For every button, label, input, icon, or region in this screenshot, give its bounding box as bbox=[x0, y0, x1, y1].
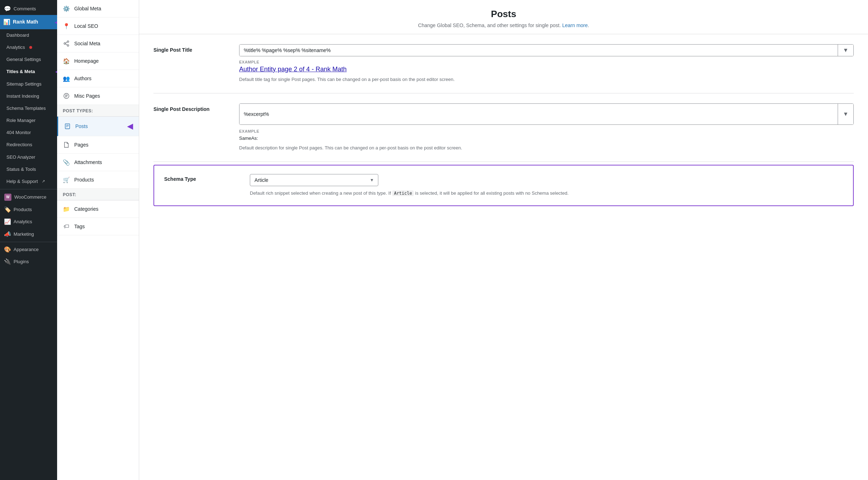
sidebar-item-marketing[interactable]: 📣 Marketing bbox=[0, 228, 57, 240]
sidebar-item-woocommerce[interactable]: W WooCommerce bbox=[0, 191, 57, 204]
sidebar-item-general-settings[interactable]: General Settings bbox=[0, 53, 57, 66]
posts-left-arrow: ◀ bbox=[127, 122, 133, 131]
sidebar-item-redirections[interactable]: Redirections bbox=[0, 139, 57, 151]
main-wrapper: ⚙️ Global Meta 📍 Local SEO Social Meta 🏠… bbox=[57, 0, 868, 480]
secondary-item-products-sub[interactable]: 🛒 Products bbox=[57, 171, 139, 189]
categories-icon: 📁 bbox=[63, 205, 70, 213]
schema-type-content: Article None Book Course Event FAQ HowTo… bbox=[250, 174, 843, 197]
secondary-item-authors[interactable]: 👥 Authors bbox=[57, 70, 139, 87]
rank-math-submenu: Dashboard Analytics General Settings Tit… bbox=[0, 29, 57, 188]
plugins-icon: 🔌 bbox=[4, 259, 11, 265]
single-post-title-row: Single Post Title ▼ EXAMPLE Author Entit… bbox=[153, 34, 854, 93]
desc-example-label: EXAMPLE bbox=[239, 129, 854, 133]
content-header: Posts Change Global SEO, Schema, and oth… bbox=[139, 0, 868, 34]
authors-icon: 👥 bbox=[63, 75, 70, 82]
pages-icon bbox=[63, 141, 70, 148]
marketing-icon: 📣 bbox=[4, 231, 11, 238]
social-meta-icon bbox=[63, 40, 70, 47]
single-post-desc-content: ▼ EXAMPLE SameAs: Default description fo… bbox=[239, 103, 854, 152]
global-meta-icon: ⚙️ bbox=[63, 5, 70, 12]
schema-type-select[interactable]: Article None Book Course Event FAQ HowTo… bbox=[250, 174, 378, 186]
secondary-item-homepage[interactable]: 🏠 Homepage bbox=[57, 52, 139, 70]
svg-line-4 bbox=[66, 44, 67, 45]
sidebar-item-comments[interactable]: 💬 Comments bbox=[0, 3, 57, 15]
post-types-section-header: Post Types: bbox=[57, 105, 139, 117]
tags-icon: 🏷 bbox=[63, 223, 70, 230]
secondary-item-posts[interactable]: Posts ◀ bbox=[57, 117, 139, 136]
secondary-item-categories[interactable]: 📁 Categories bbox=[57, 200, 139, 218]
external-link-icon: ↗ bbox=[42, 179, 45, 184]
products-sub-icon: 🛒 bbox=[63, 176, 70, 183]
svg-line-3 bbox=[66, 42, 67, 43]
schema-code-snippet: Article bbox=[392, 190, 414, 196]
sidebar-item-dashboard[interactable]: Dashboard bbox=[0, 29, 57, 41]
post-section-header: Post: bbox=[57, 189, 139, 200]
sidebar-item-schema-templates[interactable]: Schema Templates bbox=[0, 102, 57, 114]
schema-type-box: Schema Type Article None Book Course Eve… bbox=[153, 165, 854, 206]
sidebar-item-products[interactable]: 🏷️ Products bbox=[0, 204, 57, 216]
sidebar-item-sitemap-settings[interactable]: Sitemap Settings bbox=[0, 78, 57, 90]
appearance-icon: 🎨 bbox=[4, 246, 11, 253]
content-area: Posts Change Global SEO, Schema, and oth… bbox=[139, 0, 868, 480]
title-example-label: EXAMPLE bbox=[239, 60, 854, 64]
sidebar-item-404-monitor[interactable]: 404 Monitor bbox=[0, 127, 57, 139]
sidebar-item-analytics-woo[interactable]: 📈 Analytics bbox=[0, 216, 57, 228]
sidebar-item-help-support[interactable]: Help & Support ↗ bbox=[0, 175, 57, 188]
comments-icon: 💬 bbox=[4, 6, 11, 12]
sidebar-item-analytics[interactable]: Analytics bbox=[0, 41, 57, 53]
sidebar-item-plugins[interactable]: 🔌 Plugins bbox=[0, 256, 57, 268]
sidebar-item-titles-meta[interactable]: Titles & Meta ◀ bbox=[0, 66, 57, 78]
analytics-badge bbox=[29, 46, 32, 49]
content-body: Single Post Title ▼ EXAMPLE Author Entit… bbox=[139, 34, 868, 206]
secondary-item-tags[interactable]: 🏷 Tags bbox=[57, 218, 139, 235]
single-post-desc-dropdown-btn[interactable]: ▼ bbox=[838, 104, 853, 124]
schema-description: Default rich snippet selected when creat… bbox=[250, 190, 843, 197]
wp-admin-sidebar: 💬 Comments 📊 Rank Math ◀ Dashboard Analy… bbox=[0, 0, 57, 480]
single-post-desc-input-wrapper: ▼ bbox=[239, 103, 854, 125]
rank-math-arrow: ◀ bbox=[55, 17, 57, 27]
sidebar-item-appearance[interactable]: 🎨 Appearance bbox=[0, 244, 57, 256]
svg-point-1 bbox=[64, 43, 66, 45]
secondary-item-pages[interactable]: Pages bbox=[57, 136, 139, 154]
products-icon: 🏷️ bbox=[4, 206, 11, 213]
titles-meta-arrow: ◀ bbox=[55, 66, 57, 77]
secondary-item-social-meta[interactable]: Social Meta bbox=[57, 35, 139, 52]
single-post-desc-label: Single Post Description bbox=[153, 103, 225, 112]
attachments-icon: 📎 bbox=[63, 159, 70, 166]
secondary-item-local-seo[interactable]: 📍 Local SEO bbox=[57, 17, 139, 35]
rank-math-icon: 📊 bbox=[4, 19, 10, 25]
secondary-item-global-meta[interactable]: ⚙️ Global Meta bbox=[57, 0, 139, 17]
title-example-link[interactable]: Author Entity page 2 of 4 - Rank Math bbox=[239, 66, 854, 73]
sidebar-item-instant-indexing[interactable]: Instant Indexing bbox=[0, 90, 57, 102]
single-post-title-dropdown-btn[interactable]: ▼ bbox=[838, 45, 853, 56]
desc-example-text: Default description for single Post page… bbox=[239, 144, 854, 152]
single-post-title-content: ▼ EXAMPLE Author Entity page 2 of 4 - Ra… bbox=[239, 44, 854, 83]
schema-type-select-wrapper: Article None Book Course Event FAQ HowTo… bbox=[250, 174, 378, 186]
analytics-woo-icon: 📈 bbox=[4, 219, 11, 225]
secondary-item-misc-pages[interactable]: Misc Pages bbox=[57, 87, 139, 105]
svg-point-0 bbox=[67, 41, 69, 42]
secondary-item-attachments[interactable]: 📎 Attachments bbox=[57, 154, 139, 171]
single-post-title-input[interactable] bbox=[239, 45, 838, 56]
homepage-icon: 🏠 bbox=[63, 57, 70, 65]
svg-point-2 bbox=[67, 45, 69, 46]
sidebar-item-role-manager[interactable]: Role Manager bbox=[0, 114, 57, 127]
posts-icon bbox=[64, 123, 71, 130]
sidebar-divider-2 bbox=[0, 242, 57, 242]
sidebar-item-rank-math[interactable]: 📊 Rank Math ◀ bbox=[0, 15, 57, 29]
local-seo-icon: 📍 bbox=[63, 22, 70, 30]
secondary-sidebar: ⚙️ Global Meta 📍 Local SEO Social Meta 🏠… bbox=[57, 0, 139, 480]
learn-more-link[interactable]: Learn more bbox=[562, 22, 588, 28]
svg-rect-9 bbox=[65, 124, 70, 129]
page-subtitle: Change Global SEO, Schema, and other set… bbox=[153, 22, 854, 28]
single-post-desc-input[interactable] bbox=[239, 104, 838, 124]
page-title: Posts bbox=[153, 9, 854, 20]
title-example-text: Default title tag for single Post pages.… bbox=[239, 76, 854, 83]
single-post-title-input-wrapper: ▼ bbox=[239, 44, 854, 56]
single-post-title-label: Single Post Title bbox=[153, 44, 225, 53]
misc-pages-icon bbox=[63, 92, 70, 99]
sidebar-item-seo-analyzer[interactable]: SEO Analyzer bbox=[0, 151, 57, 163]
single-post-desc-row: Single Post Description ▼ EXAMPLE SameAs… bbox=[153, 93, 854, 162]
desc-example-value: SameAs: bbox=[239, 135, 854, 142]
sidebar-item-status-tools[interactable]: Status & Tools bbox=[0, 163, 57, 175]
